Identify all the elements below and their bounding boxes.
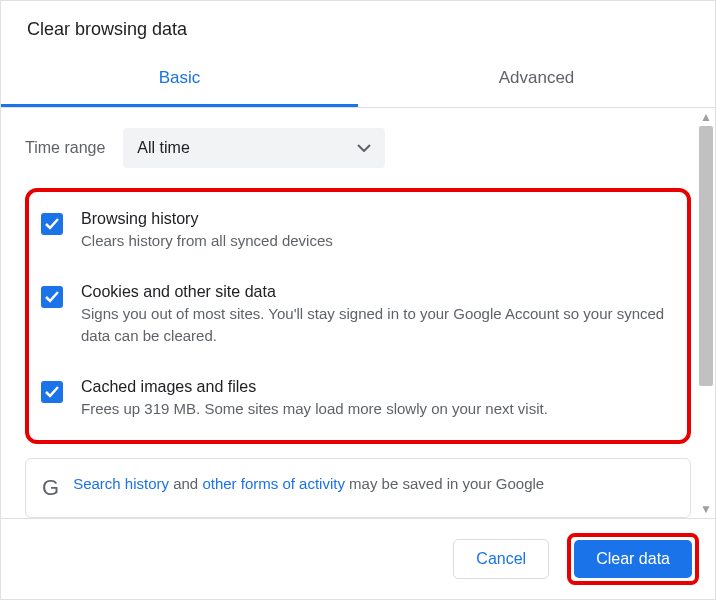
info-text: Search history and other forms of activi… bbox=[73, 475, 544, 492]
dialog-title: Clear browsing data bbox=[1, 1, 715, 54]
google-account-info: G Search history and other forms of acti… bbox=[25, 458, 691, 518]
checkbox-cookies[interactable] bbox=[41, 286, 63, 308]
highlight-primary: Clear data bbox=[567, 533, 699, 585]
time-range-value: All time bbox=[137, 139, 189, 157]
link-search-history[interactable]: Search history bbox=[73, 475, 169, 492]
clear-data-button[interactable]: Clear data bbox=[574, 540, 692, 578]
time-range-row: Time range All time bbox=[25, 128, 691, 168]
tab-basic[interactable]: Basic bbox=[1, 54, 358, 107]
chevron-down-icon bbox=[357, 144, 371, 152]
checkbox-browsing-history[interactable] bbox=[41, 213, 63, 235]
link-other-activity[interactable]: other forms of activity bbox=[202, 475, 345, 492]
item-subtitle: Signs you out of most sites. You'll stay… bbox=[81, 303, 675, 348]
item-cookies: Cookies and other site data Signs you ou… bbox=[41, 283, 675, 348]
dialog-footer: Cancel Clear data bbox=[1, 518, 715, 599]
item-cache: Cached images and files Frees up 319 MB.… bbox=[41, 378, 675, 421]
checkbox-cache[interactable] bbox=[41, 381, 63, 403]
dialog-content: Time range All time Browsing history Cle… bbox=[1, 108, 715, 518]
tabs: Basic Advanced bbox=[1, 54, 715, 108]
item-subtitle: Frees up 319 MB. Some sites may load mor… bbox=[81, 398, 548, 421]
item-title: Cookies and other site data bbox=[81, 283, 675, 301]
item-subtitle: Clears history from all synced devices bbox=[81, 230, 333, 253]
item-title: Browsing history bbox=[81, 210, 333, 228]
cancel-button[interactable]: Cancel bbox=[453, 539, 549, 579]
clear-browsing-data-dialog: Clear browsing data Basic Advanced Time … bbox=[0, 0, 716, 600]
time-range-label: Time range bbox=[25, 139, 105, 157]
google-icon: G bbox=[42, 475, 59, 501]
tab-advanced[interactable]: Advanced bbox=[358, 54, 715, 107]
item-title: Cached images and files bbox=[81, 378, 548, 396]
time-range-select[interactable]: All time bbox=[123, 128, 385, 168]
item-browsing-history: Browsing history Clears history from all… bbox=[41, 210, 675, 253]
highlight-box: Browsing history Clears history from all… bbox=[25, 188, 691, 444]
